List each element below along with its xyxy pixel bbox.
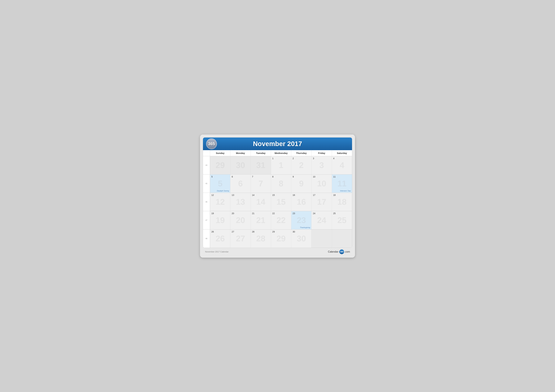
day-header-wednesday: Wednesday (271, 150, 291, 156)
date-number: 7 (252, 175, 270, 178)
date-number: 26 (211, 230, 229, 233)
calendar-cell[interactable]: 2727 (230, 229, 250, 248)
watermark-day: 7 (258, 179, 263, 188)
date-number: 11 (333, 175, 351, 178)
date-number: 16 (292, 194, 310, 196)
date-number: 27 (232, 230, 249, 233)
calendar-cell[interactable]: 66 (230, 174, 250, 193)
date-number: 13 (232, 194, 249, 196)
week-number: 45 (203, 174, 210, 193)
day-headers: SundayMondayTuesdayWednesdayThursdayFrid… (203, 150, 352, 156)
logo-circle: 365 (206, 138, 217, 149)
calendar-cell[interactable]: 11 (271, 156, 291, 174)
date-number: 2 (292, 157, 310, 160)
page-wrapper: 365 November 2017 SundayMondayTuesdayWed… (200, 135, 355, 258)
calendar-cell[interactable]: 2626 (210, 229, 230, 248)
calendar-cell[interactable]: 88 (271, 174, 291, 193)
watermark-day: 30 (236, 161, 245, 169)
date-number: 25 (333, 212, 351, 215)
calendar-cell[interactable]: 99 (291, 174, 311, 193)
calendar-cell[interactable]: 3030 (291, 229, 311, 248)
watermark-day: 1 (279, 161, 283, 169)
day-header-thursday: Thursday (291, 150, 311, 156)
watermark-day: 22 (277, 216, 286, 224)
calendar-cell[interactable]: 2020 (230, 211, 250, 229)
watermark-day: 27 (236, 235, 245, 243)
calendar-cell[interactable]: 2929 (271, 229, 291, 248)
footer-brand-prefix: Calendar- (328, 250, 339, 253)
watermark-day: 30 (297, 235, 306, 243)
calendar-cell[interactable]: 22 (291, 156, 311, 174)
calendar-cell[interactable]: 1717 (311, 193, 332, 211)
calendar-container: 365 November 2017 SundayMondayTuesdayWed… (203, 137, 352, 248)
calendar-cell[interactable]: 1818 (332, 193, 352, 211)
calendar-cell[interactable]: 29 (210, 156, 230, 174)
week-number: 44 (203, 156, 210, 174)
watermark-day: 10 (317, 179, 326, 188)
week-number: 48 (203, 229, 210, 248)
calendar-cell[interactable]: 33 (311, 156, 332, 174)
event-label: Daylight Saving (211, 189, 229, 192)
watermark-day: 31 (256, 161, 265, 169)
calendar-cell[interactable]: 1212 (210, 193, 230, 211)
calendar-cell[interactable]: 2121 (251, 211, 271, 229)
watermark-day: 18 (337, 198, 346, 206)
watermark-day: 15 (277, 198, 286, 206)
date-number: 24 (313, 212, 330, 215)
watermark-day: 29 (216, 161, 225, 169)
calendar-cell[interactable]: 1919 (210, 211, 230, 229)
calendar-cell[interactable]: 1414 (251, 193, 271, 211)
watermark-day: 9 (299, 179, 304, 188)
calendar-cell[interactable]: 1010 (311, 174, 332, 193)
date-number: 29 (272, 230, 290, 233)
watermark-day: 23 (297, 216, 306, 224)
calendar-cell[interactable]: 30 (230, 156, 250, 174)
calendar-row: 4826262727282829293030 (203, 229, 352, 248)
calendar-cell[interactable]: 1111Veterans' Day (332, 174, 352, 193)
watermark-day: 19 (216, 216, 225, 224)
footer-brand-suffix: .com (344, 250, 350, 253)
calendar-cell[interactable]: 31 (251, 156, 271, 174)
footer-left: November 2017 Calendar (205, 250, 229, 253)
watermark-day: 14 (256, 198, 265, 206)
calendar-row: 4429303111223344 (203, 156, 352, 174)
calendar-cell[interactable]: 2828 (251, 229, 271, 248)
day-header-saturday: Saturday (332, 150, 352, 156)
calendar-cell[interactable] (332, 229, 352, 248)
calendar-cell[interactable]: 1515 (271, 193, 291, 211)
watermark-day: 5 (218, 179, 222, 188)
calendar-cell[interactable]: 1616 (291, 193, 311, 211)
calendar-header: 365 November 2017 (203, 137, 352, 150)
calendar-cell[interactable]: 2424 (311, 211, 332, 229)
watermark-day: 11 (337, 179, 346, 188)
calendar-cell[interactable]: 44 (332, 156, 352, 174)
calendar-cell[interactable]: 1313 (230, 193, 250, 211)
watermark-day: 25 (337, 216, 346, 224)
date-number: 23 (292, 212, 310, 215)
calendar-cell[interactable]: 55Daylight Saving (210, 174, 230, 193)
date-number: 6 (232, 175, 249, 178)
watermark-day: 29 (277, 235, 286, 243)
date-number: 20 (232, 212, 249, 215)
date-number: 18 (333, 194, 351, 196)
watermark-day: 28 (256, 235, 265, 243)
date-number: 10 (313, 175, 330, 178)
day-header-sunday: Sunday (210, 150, 230, 156)
date-number: 19 (211, 212, 229, 215)
watermark-day: 6 (238, 179, 243, 188)
date-number: 21 (252, 212, 270, 215)
footer-brand-logo: 365 (339, 249, 344, 254)
calendar-cell[interactable]: 2222 (271, 211, 291, 229)
calendar-cell[interactable]: 77 (251, 174, 271, 193)
date-number: 22 (272, 212, 290, 215)
calendar-row: 4555Daylight Saving6677889910101111Veter… (203, 174, 352, 193)
date-number: 3 (313, 157, 330, 160)
date-number: 15 (272, 194, 290, 196)
calendar-cell[interactable]: 2323Thanksgiving (291, 211, 311, 229)
watermark-day: 17 (317, 198, 326, 206)
logo-text: 365 (208, 141, 215, 146)
calendar-cell[interactable]: 2525 (332, 211, 352, 229)
event-label: Thanksgiving (292, 226, 310, 228)
watermark-day: 24 (317, 216, 326, 224)
calendar-cell[interactable] (311, 229, 332, 248)
